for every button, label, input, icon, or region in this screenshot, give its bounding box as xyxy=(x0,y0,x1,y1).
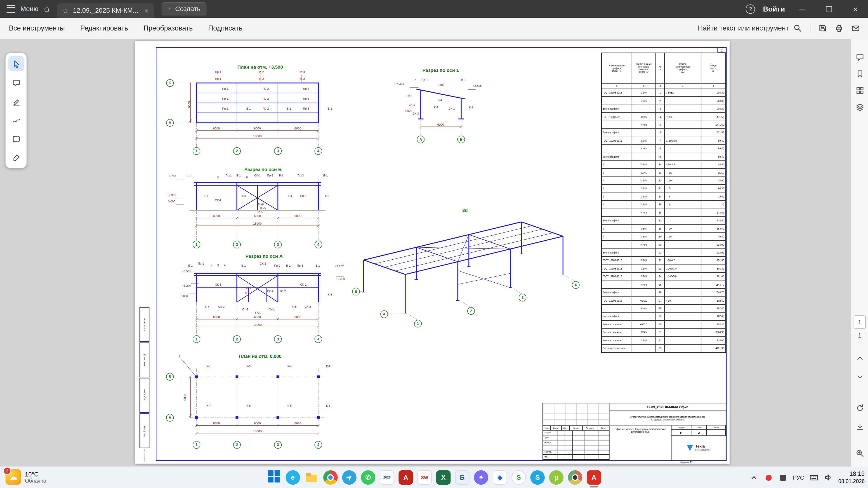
tray-app-dark-icon[interactable] xyxy=(778,473,787,482)
touch-keyboard-icon[interactable] xyxy=(810,473,818,482)
spec-cell: 17 xyxy=(656,217,665,225)
taskbar-app-word-2023[interactable]: 2023 xyxy=(380,470,394,485)
thumbnails-icon[interactable] xyxy=(851,82,868,98)
share-mail-icon[interactable] xyxy=(851,24,860,33)
taskbar-app-purple-app[interactable]: ✦ xyxy=(474,470,488,485)
member-label: Пр-2 xyxy=(258,77,264,80)
spec-header: Номер или размеры профиля, мм xyxy=(665,53,702,84)
taskbar-app-bs-doc[interactable]: Б xyxy=(455,470,469,485)
chevron-up-icon[interactable] xyxy=(851,350,868,366)
search-box[interactable]: Найти текст или инструмент xyxy=(698,24,802,33)
close-button[interactable]: × xyxy=(846,0,865,18)
drawing-title: 3d xyxy=(462,207,468,213)
member-label: Б-1 xyxy=(279,174,283,177)
select-area-tool[interactable] xyxy=(8,131,24,147)
spec-table: Наименование профиля ГОСТ,ТУ Наименовани… xyxy=(601,53,726,353)
taskbar-app-cad-viewer[interactable]: ◈ xyxy=(493,470,507,485)
refresh-icon[interactable] xyxy=(851,399,868,416)
current-page-box[interactable]: 1 xyxy=(854,315,866,329)
spec-cell: 09Г2С xyxy=(632,297,656,305)
print-icon[interactable] xyxy=(835,24,844,33)
member-label: К-5 xyxy=(246,404,251,408)
zoom-out-icon[interactable] xyxy=(851,464,868,467)
taskbar-app-file-explorer[interactable] xyxy=(305,470,319,485)
menu-icon[interactable] xyxy=(6,5,15,13)
edit-menu[interactable]: Редактировать xyxy=(80,24,128,32)
highlight-tool[interactable] xyxy=(8,94,24,109)
taskbar-app-sbis[interactable]: S xyxy=(512,470,526,485)
spec-table-body: ГОСТ 19903-2015С2451⌶ 30Б2904.80Итого290… xyxy=(602,89,726,353)
member-label: Б-1 xyxy=(315,264,320,267)
taskbar-app-solidworks[interactable]: SW xyxy=(417,470,432,485)
taskbar-app-excel[interactable]: X xyxy=(436,470,451,485)
taskbar-app-utorrent[interactable]: µ xyxy=(549,470,563,485)
export-icon[interactable] xyxy=(851,418,868,435)
taskbar-app-chrome[interactable] xyxy=(323,470,338,485)
taskbar-app-whatsapp[interactable]: ✆ xyxy=(361,470,375,485)
comments-icon[interactable] xyxy=(851,49,868,65)
member-label: СК-1 xyxy=(254,174,260,177)
layers-icon[interactable] xyxy=(851,98,868,115)
spec-cell: 32 xyxy=(656,337,665,345)
save-icon[interactable] xyxy=(818,24,827,33)
spec-cell xyxy=(665,209,702,217)
sign-menu[interactable]: Подписать xyxy=(208,24,243,32)
fill-sign-tool[interactable] xyxy=(8,150,24,166)
spec-cell xyxy=(602,209,632,217)
chevron-down-icon[interactable] xyxy=(851,368,868,385)
axis-label: А xyxy=(383,312,385,316)
menu-button[interactable]: Меню xyxy=(21,5,38,13)
search-icon[interactable] xyxy=(793,24,802,33)
role-label: Т.Контр. xyxy=(543,441,557,445)
member-label: Б-1 xyxy=(438,98,442,102)
create-button[interactable]: + Создать xyxy=(162,2,206,15)
member-label: СК-2 xyxy=(260,262,266,265)
time: 18:19 xyxy=(838,470,865,478)
tab-close-icon[interactable]: × xyxy=(145,6,149,15)
volume-icon[interactable] xyxy=(824,473,833,482)
taskbar-app-telegram[interactable]: ➤ xyxy=(342,470,356,485)
add-comment-tool[interactable] xyxy=(8,75,24,90)
member-label: Пр-1 xyxy=(222,87,228,90)
minimize-button[interactable] xyxy=(793,0,811,18)
spec-cell: 6 xyxy=(656,129,665,137)
side-stamp-label: Подп. и дата xyxy=(143,389,146,401)
taskbar-app-start[interactable] xyxy=(267,470,281,485)
star-icon[interactable]: ☆ xyxy=(63,6,69,15)
sig-header: Дата xyxy=(597,426,610,430)
weather-widget[interactable]: ☁ 3 10°C Облачно xyxy=(5,469,46,485)
signin-button[interactable]: Войти xyxy=(763,5,785,13)
clock[interactable]: 18:19 08.01.2026 xyxy=(838,470,865,485)
plan-3500: План на отм. +3,500Пр-1Пр-2Пр-3Пр-1Пр-2П… xyxy=(166,64,332,155)
spec-cell: — 6 xyxy=(665,193,702,201)
taskbar-app-acrobat[interactable]: A xyxy=(587,470,601,485)
dim-label: 6000 xyxy=(254,315,261,319)
spec-cell xyxy=(665,105,702,113)
bookmarks-icon[interactable] xyxy=(851,65,868,82)
select-tool[interactable] xyxy=(8,56,24,71)
taskbar-app-skype[interactable]: S xyxy=(530,470,545,485)
home-icon[interactable]: ⌂ xyxy=(44,4,50,13)
taskbar-app-chrome-profile[interactable] xyxy=(568,470,583,485)
convert-menu[interactable]: Преобразовать xyxy=(144,24,193,32)
spec-cell xyxy=(665,321,702,329)
taskbar-app-edge[interactable]: e xyxy=(286,470,300,485)
all-tools-menu[interactable]: Все инструменты xyxy=(9,24,65,32)
spec-cell: 904.80 xyxy=(702,89,726,97)
language-indicator[interactable]: РУС xyxy=(793,475,804,481)
maximize-button[interactable] xyxy=(819,0,838,18)
taskbar-app-autocad[interactable]: A xyxy=(399,470,413,485)
draw-tool[interactable] xyxy=(8,112,24,128)
axis-label: 2 xyxy=(236,337,238,341)
zoom-in-icon[interactable] xyxy=(851,445,868,461)
hidden-icons-chevron[interactable] xyxy=(750,473,758,482)
tray-app-red-icon[interactable] xyxy=(764,473,773,482)
document-tab[interactable]: ☆ 12.09._2025 КМ-КМ... × xyxy=(57,3,154,18)
spec-cell: Всего профиля xyxy=(602,313,632,321)
spec-cell xyxy=(665,121,702,129)
help-icon[interactable]: ? xyxy=(746,4,755,13)
spec-col-num: 2 xyxy=(632,84,656,89)
side-stamp-label: Взам. инв. № xyxy=(143,353,146,366)
spec-cell: ○ 30 xyxy=(665,297,702,305)
spec-cell: Итого xyxy=(632,97,656,105)
